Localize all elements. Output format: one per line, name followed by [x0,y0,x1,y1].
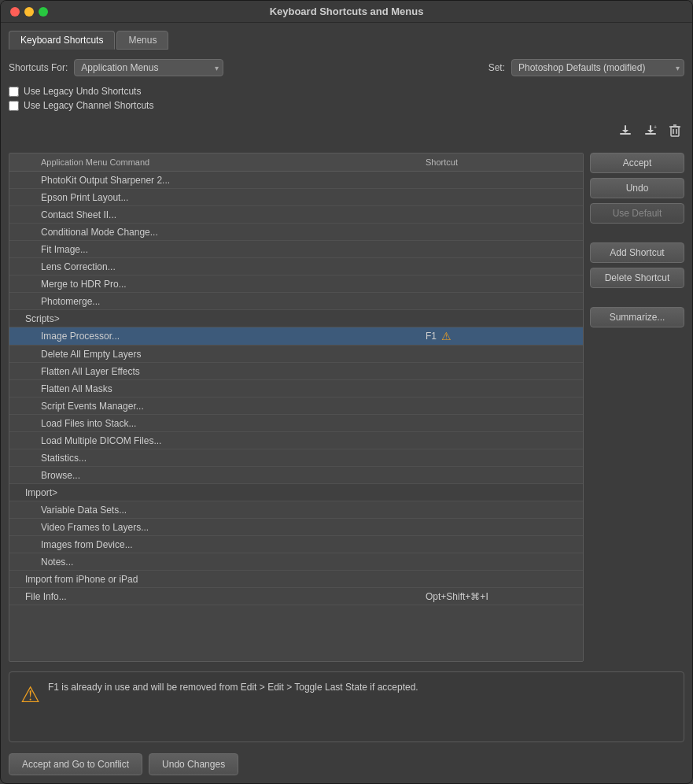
tab-keyboard-shortcuts[interactable]: Keyboard Shortcuts [9,31,115,50]
svg-text:+: + [654,124,657,130]
set-dropdown-wrapper: Photoshop Defaults (modified) [511,59,684,76]
col-command-header: Application Menu Command [9,157,426,167]
command-cell: Script Events Manager... [9,401,426,412]
content-area: Keyboard Shortcuts Menus Shortcuts For: … [1,23,692,783]
table-row[interactable]: Photomerge... [9,293,583,310]
svg-rect-3 [645,133,656,135]
save-as-icon-button[interactable]: + [640,120,661,143]
command-cell: Images from Device... [9,539,426,550]
table-row[interactable]: Notes... [9,553,583,571]
table-header: Application Menu Command Shortcut [9,153,583,172]
add-shortcut-button[interactable]: Add Shortcut [590,242,684,263]
shortcuts-for-label: Shortcuts For: [9,62,68,73]
command-cell: Delete All Empty Layers [9,349,426,360]
command-cell: Notes... [9,557,426,568]
toolbar-icons: + [9,120,684,143]
table-row[interactable]: Video Frames to Layers... [9,519,583,536]
table-row-selected[interactable]: Image Processor... F1 ⚠ [9,327,583,346]
table-row[interactable]: Merge to HDR Pro... [9,276,583,293]
main-window: Keyboard Shortcuts and Menus Keyboard Sh… [0,0,693,784]
checkbox-row-channel: Use Legacy Channel Shortcuts [9,100,684,111]
warning-text: F1 is already in use and will be removed… [48,680,418,694]
table-row[interactable]: Epson Print Layout... [9,189,583,206]
use-legacy-undo-checkbox[interactable] [9,87,19,97]
checkboxes-group: Use Legacy Undo Shortcuts Use Legacy Cha… [9,86,684,111]
table-row[interactable]: Script Events Manager... [9,398,583,415]
command-cell: Statistics... [9,453,426,464]
checkbox-row-undo: Use Legacy Undo Shortcuts [9,86,684,97]
table-row[interactable]: Images from Device... [9,536,583,553]
main-area: Application Menu Command Shortcut PhotoK… [9,153,684,662]
set-dropdown[interactable]: Photoshop Defaults (modified) [511,59,684,76]
command-cell: Variable Data Sets... [9,505,426,516]
warning-section: ⚠ F1 is already in use and will be remov… [9,671,684,742]
window-title: Keyboard Shortcuts and Menus [270,6,424,17]
table-row[interactable]: Load Multiple DICOM Files... [9,432,583,449]
tabs-row: Keyboard Shortcuts Menus [9,31,684,50]
command-cell: File Info... [9,591,426,602]
command-cell: Video Frames to Layers... [9,522,426,533]
command-cell: Import from iPhone or iPad [9,574,426,585]
command-cell: Load Multiple DICOM Files... [9,435,426,446]
use-default-button[interactable]: Use Default [590,203,684,224]
command-cell: Conditional Mode Change... [9,227,426,238]
shortcuts-for-dropdown-wrapper: Application Menus Panel Menus Tools [74,59,223,76]
table-row[interactable]: Conditional Mode Change... [9,224,583,241]
shortcut-cell: Opt+Shift+⌘+I [426,591,583,602]
table-section: Application Menu Command Shortcut PhotoK… [9,153,584,662]
table-scroll[interactable]: PhotoKit Output Sharpener 2... Epson Pri… [9,172,583,661]
set-section: Set: Photoshop Defaults (modified) [488,59,684,76]
command-cell: Scripts> [9,313,426,324]
table-row[interactable]: Flatten All Masks [9,380,583,398]
shortcuts-for-dropdown[interactable]: Application Menus Panel Menus Tools [74,59,223,76]
table-row[interactable]: PhotoKit Output Sharpener 2... [9,172,583,189]
table-row[interactable]: Fit Image... [9,241,583,258]
command-cell: Epson Print Layout... [9,192,426,203]
table-row-group[interactable]: Scripts> [9,310,583,327]
sidebar-buttons: Accept Undo Use Default Add Shortcut Del… [590,153,684,662]
delete-shortcut-button[interactable]: Delete Shortcut [590,268,684,288]
use-legacy-channel-label: Use Legacy Channel Shortcuts [24,100,153,111]
close-button[interactable] [10,7,20,17]
minimize-button[interactable] [24,7,34,17]
undo-button[interactable]: Undo [590,178,684,198]
command-cell: Fit Image... [9,244,426,255]
table-row-group[interactable]: Import> [9,484,583,501]
maximize-button[interactable] [39,7,48,17]
warning-triangle-icon: ⚠ [20,682,40,708]
table-row[interactable]: Import from iPhone or iPad [9,571,583,588]
command-cell: PhotoKit Output Sharpener 2... [9,175,426,186]
undo-changes-button[interactable]: Undo Changes [149,753,238,775]
table-row[interactable]: Variable Data Sets... [9,501,583,519]
table-row[interactable]: Lens Correction... [9,258,583,276]
command-cell: Browse... [9,470,426,481]
warning-icon: ⚠ [441,330,452,342]
use-legacy-undo-label: Use Legacy Undo Shortcuts [24,86,141,97]
accept-go-to-conflict-button[interactable]: Accept and Go to Conflict [9,753,142,775]
accept-button[interactable]: Accept [590,153,684,173]
shortcut-cell: F1 ⚠ [426,330,583,342]
table-row[interactable]: Load Files into Stack... [9,415,583,432]
summarize-button[interactable]: Summarize... [590,307,684,327]
tab-menus[interactable]: Menus [116,31,168,50]
table-row[interactable]: File Info... Opt+Shift+⌘+I [9,588,583,605]
table-row[interactable]: Browse... [9,467,583,484]
delete-icon-button[interactable] [665,120,684,143]
table-row[interactable]: Flatten All Layer Effects [9,363,583,380]
use-legacy-channel-checkbox[interactable] [9,101,19,111]
svg-marker-5 [647,130,654,133]
save-icon-button[interactable] [615,120,636,143]
svg-rect-0 [620,133,631,135]
bottom-buttons: Accept and Go to Conflict Undo Changes [9,749,684,775]
command-cell: Contact Sheet II... [9,209,426,220]
set-label: Set: [488,62,505,73]
command-cell: Lens Correction... [9,261,426,272]
col-shortcut-header: Shortcut [426,157,583,167]
table-row[interactable]: Statistics... [9,449,583,467]
command-cell: Import> [9,487,426,498]
command-cell: Image Processor... [9,331,426,342]
table-row[interactable]: Contact Sheet II... [9,206,583,224]
shortcut-value: F1 [426,331,437,342]
table-row[interactable]: Delete All Empty Layers [9,346,583,363]
titlebar: Keyboard Shortcuts and Menus [1,1,692,23]
